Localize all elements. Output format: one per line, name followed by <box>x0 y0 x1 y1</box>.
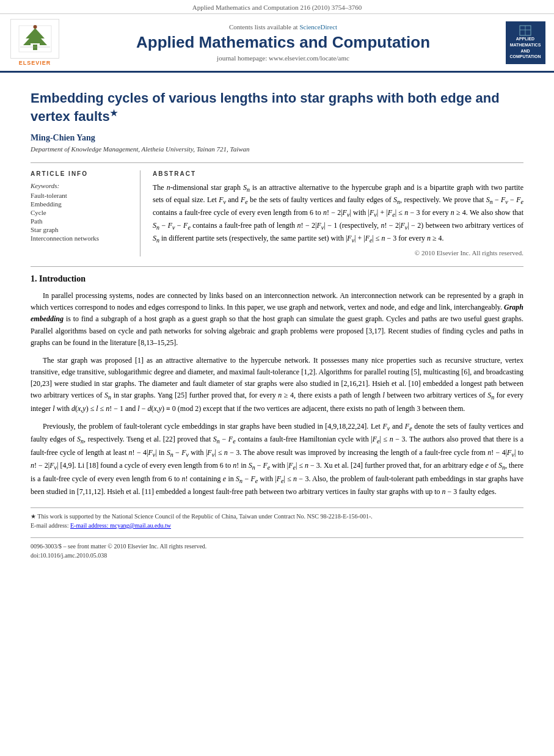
svg-point-3 <box>33 25 37 29</box>
email-link[interactable]: E-mail address: mcyang@mail.au.edu.tw <box>70 522 171 529</box>
article-info-abstract-section: ARTICLE INFO Keywords: Fault-tolerant Em… <box>31 162 523 256</box>
abstract-heading: ABSTRACT <box>153 170 523 177</box>
copyright-line: © 2010 Elsevier Inc. All rights reserved… <box>153 249 523 256</box>
article-info-column: ARTICLE INFO Keywords: Fault-tolerant Em… <box>31 170 140 256</box>
footnote-email: E-mail address: E-mail address: mcyang@m… <box>31 521 523 530</box>
author-affiliation: Department of Knowledge Management, Alet… <box>31 145 523 153</box>
elsevier-logo-box <box>10 19 59 59</box>
keyword-star-graph: Star graph <box>31 226 131 233</box>
journal-center-block: Contents lists available at ScienceDirec… <box>68 23 498 62</box>
footer-issn: 0096-3003/$ – see front matter © 2010 El… <box>31 542 523 551</box>
elsevier-tree-icon <box>18 25 52 53</box>
abstract-text: The n-dimensional star graph Sn is an at… <box>153 182 523 245</box>
right-logo-text: APPLIEDMATHEMATICSANDCOMPUTATION <box>509 36 541 60</box>
elsevier-brand-text: ELSEVIER <box>19 60 51 66</box>
journal-homepage: journal homepage: www.elsevier.com/locat… <box>68 54 498 62</box>
keyword-embedding: Embedding <box>31 200 131 208</box>
main-content: Embedding cycles of various lengths into… <box>0 73 554 572</box>
svg-marker-2 <box>23 28 47 45</box>
author-name: Ming-Chien Yang <box>31 133 523 143</box>
sciencedirect-label: Contents lists available at <box>229 23 298 31</box>
elsevier-logo: ELSEVIER <box>7 19 62 66</box>
svg-rect-1 <box>33 45 37 50</box>
keywords-label: Keywords: <box>31 182 131 189</box>
journal-title: Applied Mathematics and Computation <box>68 33 498 52</box>
journal-logo-box: APPLIEDMATHEMATICSANDCOMPUTATION <box>506 21 545 64</box>
article-title: Embedding cycles of various lengths into… <box>31 90 523 126</box>
email-label: E-mail address: <box>31 522 70 529</box>
sciencedirect-line: Contents lists available at ScienceDirec… <box>68 23 498 31</box>
intro-paragraph-1: In parallel processing systems, nodes ar… <box>31 290 523 349</box>
journal-right-logo: APPLIEDMATHEMATICSANDCOMPUTATION <box>504 21 547 64</box>
abstract-column: ABSTRACT The n-dimensional star graph Sn… <box>153 170 523 256</box>
keyword-cycle: Cycle <box>31 209 131 216</box>
journal-header: ELSEVIER Contents lists available at Sci… <box>0 14 554 73</box>
article-title-star: ★ <box>110 108 118 118</box>
journal-logo-icon <box>519 25 531 36</box>
keyword-fault-tolerant: Fault-tolerant <box>31 192 131 199</box>
footer-area: 0096-3003/$ – see front matter © 2010 El… <box>31 537 523 560</box>
keyword-path: Path <box>31 217 131 225</box>
footer-doi: doi:10.1016/j.amc.2010.05.038 <box>31 551 523 560</box>
citation-text: Applied Mathematics and Computation 216 … <box>192 4 362 11</box>
section1-heading: 1. Introduction <box>31 274 523 284</box>
article-info-heading: ARTICLE INFO <box>31 170 131 177</box>
journal-citation: Applied Mathematics and Computation 216 … <box>0 0 554 14</box>
intro-paragraph-2: The star graph was proposed [1] as an at… <box>31 355 523 415</box>
article-title-text: Embedding cycles of various lengths into… <box>31 90 500 124</box>
section-divider <box>31 266 523 267</box>
footnote-area: ★ This work is supported by the National… <box>31 507 523 530</box>
sciencedirect-link[interactable]: ScienceDirect <box>299 23 337 31</box>
footnote-star-text: ★ This work is supported by the National… <box>31 512 523 521</box>
intro-paragraph-3: Previously, the problem of fault-toleran… <box>31 421 523 498</box>
keyword-interconnection: Interconnection networks <box>31 234 131 242</box>
